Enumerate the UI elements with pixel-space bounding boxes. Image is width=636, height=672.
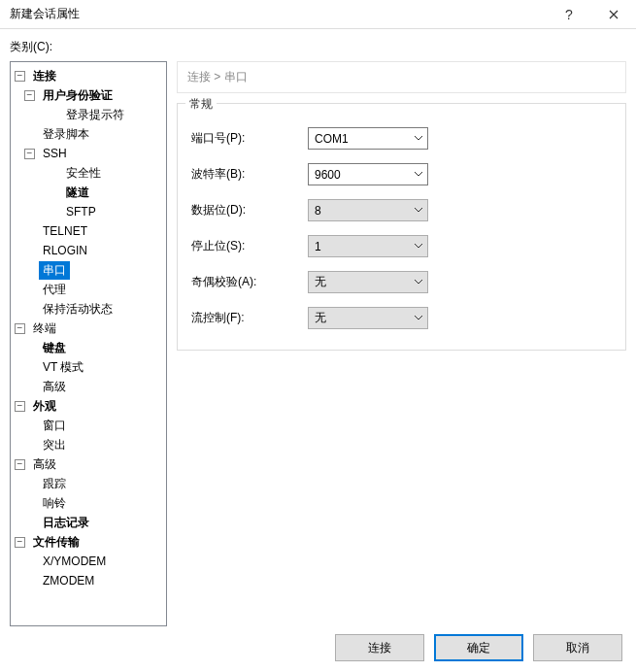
tree-userauth[interactable]: 用户身份验证 <box>39 86 117 105</box>
stopbits-value: 1 <box>309 240 410 253</box>
cancel-button[interactable]: 取消 <box>533 634 622 661</box>
baud-combo[interactable]: 9600 <box>308 163 428 185</box>
chevron-down-icon <box>410 164 427 185</box>
data-label: 数据位(D): <box>191 202 308 218</box>
tree-loginscript[interactable]: 登录脚本 <box>39 125 93 144</box>
collapse-icon[interactable]: − <box>15 459 25 470</box>
tree-sftp[interactable]: SFTP <box>62 204 100 219</box>
chevron-down-icon <box>410 308 427 328</box>
tree-term-adv[interactable]: 高级 <box>39 378 70 396</box>
stopbits-combo[interactable]: 1 <box>308 235 428 257</box>
close-icon <box>609 10 619 19</box>
category-label: 类别(C): <box>10 39 626 55</box>
category-tree[interactable]: −连接 −用户身份验证 登录提示符 登录脚本 −SSH 安全性 <box>10 61 167 626</box>
tree-appearance[interactable]: 外观 <box>29 397 60 416</box>
flowcontrol-value: 无 <box>309 310 410 326</box>
tree-proxy[interactable]: 代理 <box>39 281 70 299</box>
port-combo[interactable]: COM1 <box>308 127 428 150</box>
databits-value: 8 <box>309 204 410 218</box>
tree-ssh[interactable]: SSH <box>39 146 71 161</box>
tree-rlogin[interactable]: RLOGIN <box>39 243 91 258</box>
tree-serial[interactable]: 串口 <box>39 261 70 280</box>
tree-vtmode[interactable]: VT 模式 <box>39 358 87 377</box>
flow-label: 流控制(F): <box>191 310 308 326</box>
tree-terminal[interactable]: 终端 <box>29 319 60 338</box>
tree-security[interactable]: 安全性 <box>62 164 105 183</box>
collapse-icon[interactable]: − <box>24 149 35 159</box>
collapse-icon[interactable]: − <box>24 90 35 101</box>
tree-logging[interactable]: 日志记录 <box>39 514 93 532</box>
parity-combo[interactable]: 无 <box>308 271 428 293</box>
tree-keepalive[interactable]: 保持活动状态 <box>39 300 117 319</box>
window-title: 新建会话属性 <box>10 6 547 22</box>
connect-button[interactable]: 连接 <box>335 634 424 661</box>
tree-loginprompt[interactable]: 登录提示符 <box>62 106 128 124</box>
help-button[interactable]: ? <box>547 0 591 29</box>
parity-value: 无 <box>309 274 410 290</box>
general-group: 常规 端口号(P): COM1 波特率(B): 9600 <box>177 103 626 351</box>
chevron-down-icon <box>410 128 427 149</box>
close-button[interactable] <box>591 0 636 29</box>
collapse-icon[interactable]: − <box>15 323 25 334</box>
port-label: 端口号(P): <box>191 130 308 147</box>
tree-window[interactable]: 窗口 <box>39 417 70 435</box>
baud-value: 9600 <box>309 168 410 182</box>
tree-zmodem[interactable]: ZMODEM <box>39 573 98 588</box>
tree-keyboard[interactable]: 键盘 <box>39 339 70 357</box>
collapse-icon[interactable]: − <box>15 71 25 82</box>
port-value: COM1 <box>309 132 410 146</box>
tree-highlight[interactable]: 突出 <box>39 436 70 454</box>
ok-button[interactable]: 确定 <box>434 634 523 661</box>
breadcrumb: 连接 > 串口 <box>177 61 626 93</box>
title-bar: 新建会话属性 ? <box>0 0 636 29</box>
parity-label: 奇偶校验(A): <box>191 274 308 290</box>
flowcontrol-combo[interactable]: 无 <box>308 307 428 329</box>
tree-connection[interactable]: 连接 <box>29 67 60 85</box>
databits-combo[interactable]: 8 <box>308 199 428 221</box>
dialog-buttons: 连接 确定 取消 <box>0 623 636 672</box>
chevron-down-icon <box>410 236 427 256</box>
chevron-down-icon <box>410 272 427 292</box>
tree-trace[interactable]: 跟踪 <box>39 475 70 493</box>
baud-label: 波特率(B): <box>191 166 308 183</box>
tree-bell[interactable]: 响铃 <box>39 494 70 513</box>
tree-tunnel[interactable]: 隧道 <box>62 184 93 202</box>
collapse-icon[interactable]: − <box>15 537 25 548</box>
tree-telnet[interactable]: TELNET <box>39 223 91 239</box>
group-legend: 常规 <box>185 96 217 113</box>
tree-advanced[interactable]: 高级 <box>29 455 60 474</box>
chevron-down-icon <box>410 200 427 220</box>
collapse-icon[interactable]: − <box>15 401 25 412</box>
stop-label: 停止位(S): <box>191 238 308 254</box>
tree-filetransfer[interactable]: 文件传输 <box>29 533 84 552</box>
tree-xymodem[interactable]: X/YMODEM <box>39 554 110 569</box>
